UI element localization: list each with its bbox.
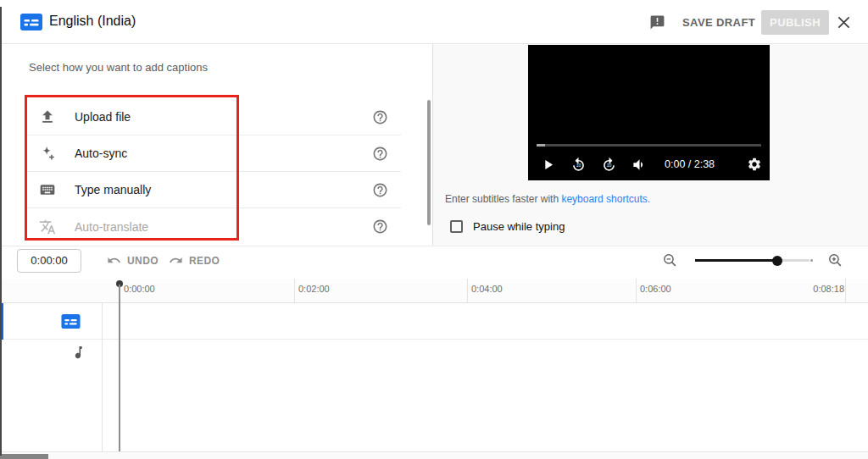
help-icon[interactable] <box>372 218 388 235</box>
ruler-tick <box>845 279 846 303</box>
ruler-mark: 0:04:00 <box>471 284 503 294</box>
zoom-slider-end <box>810 259 813 262</box>
captions-badge-icon <box>20 14 42 30</box>
undo-icon <box>107 253 121 268</box>
timeline-hscrollbar-thumb[interactable] <box>0 454 48 459</box>
ruler-tick <box>467 279 468 303</box>
option-label: Upload file <box>75 110 131 124</box>
forward-10-icon[interactable]: 10 <box>601 157 617 173</box>
volume-icon[interactable] <box>632 157 648 173</box>
ruler-tick <box>294 279 295 303</box>
zoom-in-icon[interactable] <box>827 252 843 268</box>
ruler-mark: 0:08:18 <box>795 284 844 294</box>
option-upload-file[interactable]: Upload file <box>25 99 401 135</box>
video-panel: 10 10 0:00 / 2:38 Enter subtitles faster… <box>433 44 868 246</box>
panel-scrollbar[interactable] <box>427 100 431 225</box>
play-icon[interactable] <box>540 157 556 173</box>
captions-track-icon[interactable] <box>61 314 81 329</box>
shortcut-tip: Enter subtitles faster with keyboard sho… <box>445 193 650 205</box>
ruler-mark: 0:06:00 <box>640 284 671 294</box>
progress-played <box>537 144 545 147</box>
keyboard-icon <box>39 181 56 198</box>
option-auto-translate[interactable]: Auto-translate <box>25 208 401 245</box>
pause-checkbox-label: Pause while typing <box>473 220 565 233</box>
zoom-slider[interactable] <box>695 259 810 262</box>
video-player[interactable]: 10 10 0:00 / 2:38 <box>528 45 770 180</box>
keyboard-shortcuts-link[interactable]: keyboard shortcuts. <box>561 193 650 205</box>
settings-gear-icon[interactable] <box>747 157 762 172</box>
player-progress-bar[interactable] <box>537 144 761 147</box>
timeline-toolbar: 0:00:00 UNDO REDO <box>0 246 868 279</box>
option-label: Type manually <box>75 183 151 196</box>
pause-while-typing-row: Pause while typing <box>450 220 565 233</box>
redo-label: REDO <box>189 255 220 267</box>
timeline-ruler[interactable]: 0:00:00 0:02:00 0:04:00 0:06:00 0:08:18 <box>0 279 868 303</box>
zoom-slider-thumb[interactable] <box>772 256 782 266</box>
close-icon[interactable] <box>835 14 853 31</box>
ruler-mark: 0:00:00 <box>124 284 155 294</box>
dialog-title: English (India) <box>49 14 136 29</box>
translate-icon <box>39 218 56 235</box>
help-icon[interactable] <box>372 182 388 198</box>
window-edge <box>0 7 2 456</box>
help-icon[interactable] <box>372 146 388 162</box>
svg-text:10: 10 <box>576 163 581 168</box>
subtitle-editor-dialog: English (India) SAVE DRAFT PUBLISH Selec… <box>0 0 868 459</box>
feedback-icon[interactable] <box>649 14 665 30</box>
timeline-hscrollbar[interactable] <box>0 451 868 459</box>
player-controls: 10 10 0:00 / 2:38 <box>540 154 762 174</box>
redo-icon <box>169 253 183 268</box>
undo-button[interactable]: UNDO <box>107 253 159 268</box>
ruler-mark: 0:02:00 <box>298 284 330 294</box>
audio-track-music-note-icon[interactable] <box>71 343 87 362</box>
caption-method-panel: Select how you want to add captions Uplo… <box>0 45 432 246</box>
option-label: Auto-translate <box>75 220 148 234</box>
svg-text:10: 10 <box>607 163 612 168</box>
rewind-10-icon[interactable]: 10 <box>570 157 587 173</box>
caption-method-list: Upload file Auto-sync Type manually <box>25 99 401 245</box>
option-auto-sync[interactable]: Auto-sync <box>25 135 401 172</box>
save-draft-button[interactable]: SAVE DRAFT <box>682 16 755 29</box>
undo-label: UNDO <box>127 255 159 267</box>
upload-icon <box>39 108 56 125</box>
help-icon[interactable] <box>372 109 388 125</box>
pause-checkbox[interactable] <box>450 220 463 233</box>
dialog-header: English (India) SAVE DRAFT PUBLISH <box>0 0 868 44</box>
playhead-line <box>119 285 120 451</box>
zoom-out-icon[interactable] <box>662 252 678 268</box>
option-type-manually[interactable]: Type manually <box>25 172 401 208</box>
zoom-slider-fill <box>695 259 777 262</box>
auto-sync-icon <box>39 145 56 162</box>
redo-button[interactable]: REDO <box>169 253 220 268</box>
publish-button[interactable]: PUBLISH <box>761 10 829 35</box>
timeline-tracks <box>0 303 868 451</box>
option-label: Auto-sync <box>75 147 127 160</box>
panel-heading: Select how you want to add captions <box>29 61 208 74</box>
timecode-input[interactable]: 0:00:00 <box>17 249 81 273</box>
ruler-tick <box>636 279 637 303</box>
captions-track-row[interactable] <box>0 303 868 340</box>
player-time-display: 0:00 / 2:38 <box>665 158 715 170</box>
tip-text: Enter subtitles faster with <box>445 193 561 205</box>
track-header-divider <box>102 303 103 451</box>
